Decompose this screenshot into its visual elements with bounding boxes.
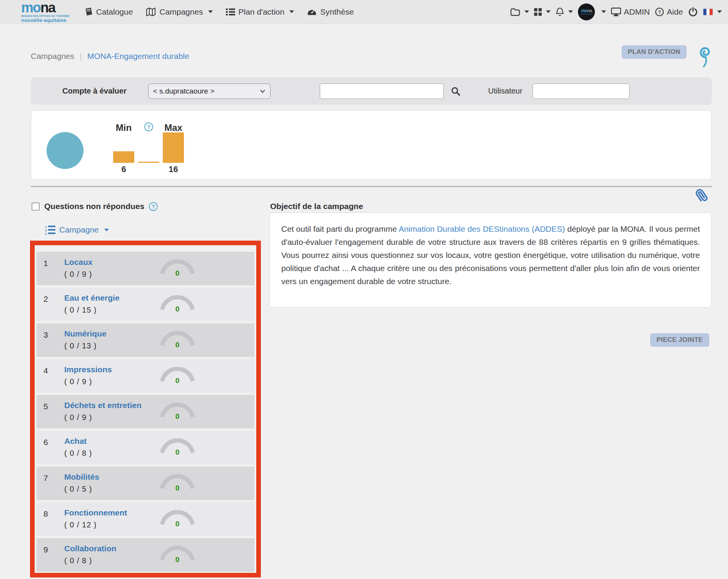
unanswered-checkbox[interactable] (32, 202, 40, 211)
campaign-category-link[interactable]: Déchets et entretien (64, 401, 142, 410)
chevron-down-icon (546, 10, 551, 13)
account-menu[interactable]: mona nouvelle-aquitaine (578, 3, 606, 20)
campaign-progress: ( 0 / 8 ) (64, 556, 92, 565)
avatar: mona nouvelle-aquitaine (578, 3, 595, 20)
campaign-dropdown-label: Campagne (59, 225, 99, 234)
campaign-category-link[interactable]: Mobilités (64, 472, 99, 482)
campaign-progress: ( 0 / 9 ) (64, 377, 92, 386)
campaign-rank: 4 (43, 366, 48, 375)
campaign-gauge: 0 (159, 325, 196, 355)
min-bar (113, 151, 134, 163)
account-label: Compte à évaluer (62, 87, 127, 95)
campaign-row[interactable]: 8 Fonctionnement ( 0 / 12 ) 0 (37, 502, 254, 536)
menu-label: Synthèse (320, 7, 354, 17)
gauge-score: 0 (159, 269, 196, 278)
gauge-score: 0 (159, 412, 196, 421)
campaign-progress: ( 0 / 15 ) (64, 306, 97, 315)
campaign-row[interactable]: 1 Locaux ( 0 / 9 ) 0 (37, 252, 254, 285)
piece-jointe-button[interactable]: PIECE JOINTE (650, 333, 709, 346)
campaign-rank: 1 (43, 259, 48, 268)
campaign-category-link[interactable]: Eau et énergie (64, 293, 120, 303)
gauge-score: 0 (159, 520, 196, 528)
campaign-row[interactable]: 6 Achat ( 0 / 8 ) 0 (37, 431, 254, 464)
navbar-right-tools: mona nouvelle-aquitaine ADMIN ? Aide (510, 3, 722, 20)
apps-menu[interactable] (534, 8, 551, 16)
language-menu[interactable] (703, 8, 722, 15)
spiral-icon[interactable] (698, 46, 712, 68)
campaign-rank: 8 (43, 509, 48, 519)
plan-daction-button[interactable]: PLAN D'ACTION (622, 45, 686, 59)
notifications-menu[interactable] (556, 7, 573, 17)
campaign-rank: 9 (43, 545, 48, 554)
campaign-gauge: 0 (159, 504, 196, 534)
search-icon (451, 86, 461, 96)
campaign-row[interactable]: 9 Collaboration ( 0 / 8 ) 0 (37, 538, 254, 572)
bell-icon (556, 7, 564, 17)
paperclip-icon[interactable] (695, 189, 708, 202)
addes-link[interactable]: Animation Durable des DEStinations (ADDE… (399, 224, 565, 233)
chevron-down-icon (717, 10, 722, 13)
mona-wordmark: mona (21, 1, 70, 15)
menu-item-plan-daction[interactable]: Plan d'action (226, 7, 294, 17)
campaign-category-link[interactable]: Numérique (64, 329, 107, 338)
campaign-category-link[interactable]: Achat (64, 437, 87, 446)
tachometer-icon (307, 8, 317, 16)
menu-label: Catalogue (96, 7, 133, 17)
campaign-row[interactable]: 7 Mobilités ( 0 / 5 ) 0 (37, 467, 254, 500)
campaign-progress: ( 0 / 9 ) (64, 270, 92, 279)
campaign-gauge: 0 (159, 469, 196, 498)
chevron-down-icon (104, 229, 109, 231)
min-label: Min (116, 122, 132, 131)
campaign-category-link[interactable]: Locaux (64, 258, 93, 267)
campaign-category-link[interactable]: Collaboration (64, 544, 116, 553)
campaign-gauge: 0 (159, 290, 196, 319)
campaign-row[interactable]: 3 Numérique ( 0 / 13 ) 0 (37, 323, 254, 357)
campaign-progress: ( 0 / 9 ) (64, 413, 92, 422)
campaign-row[interactable]: 4 Impressions ( 0 / 9 ) 0 (37, 359, 254, 393)
campaign-row[interactable]: 2 Eau et énergie ( 0 / 15 ) 0 (37, 288, 254, 321)
campaign-dropdown[interactable]: 123 Campagne (45, 225, 109, 235)
menu-item-catalogue[interactable]: Catalogue (84, 7, 133, 17)
admin-label: ADMIN (624, 7, 650, 17)
grid-icon (534, 8, 542, 16)
help-menu[interactable]: ? Aide (655, 7, 683, 17)
campaign-category-link[interactable]: Fonctionnement (64, 508, 127, 517)
gauge-score: 0 (159, 556, 196, 564)
breadcrumb: Campagnes | MONA-Engagement durable (31, 45, 189, 61)
breadcrumb-row: Campagnes | MONA-Engagement durable PLAN… (31, 45, 712, 68)
help-icon[interactable]: ? (144, 122, 153, 131)
campaign-rank: 7 (43, 474, 48, 483)
search-button[interactable] (451, 86, 461, 96)
unanswered-filter-row: Questions non répondues ? (32, 202, 158, 211)
max-label: Max (164, 122, 182, 131)
monitor-icon (611, 7, 621, 17)
chevron-down-icon (208, 10, 213, 13)
breadcrumb-separator: | (80, 52, 82, 61)
breadcrumb-parent[interactable]: Campagnes (31, 52, 74, 61)
account-select[interactable]: < s.dupratcaoure > (148, 84, 270, 99)
breadcrumb-current: MONA-Engagement durable (87, 52, 189, 61)
campaign-gauge: 0 (159, 397, 196, 426)
menu-item-synthese[interactable]: Synthèse (307, 7, 354, 17)
objective-panel: Cet outil fait parti du programme Animat… (269, 213, 712, 308)
logout-button[interactable] (688, 7, 698, 17)
user-label: Utilisateur (488, 87, 523, 95)
admin-mode[interactable]: ADMIN (611, 7, 650, 17)
chevron-down-icon (568, 10, 573, 13)
menu-item-campagnes[interactable]: Campagnes (146, 7, 212, 17)
campaign-category-link[interactable]: Impressions (64, 365, 112, 374)
gauge-score: 0 (159, 341, 196, 349)
folder-menu[interactable] (510, 8, 529, 16)
chevron-down-icon (601, 10, 606, 13)
unanswered-label: Questions non répondues (44, 202, 144, 211)
min-value: 6 (121, 164, 126, 174)
campaign-row[interactable]: 5 Déchets et entretien ( 0 / 9 ) 0 (37, 395, 254, 428)
french-flag-icon (703, 8, 713, 15)
objective-heading: Objectif de la campagne (270, 202, 363, 211)
search-input[interactable] (320, 84, 444, 99)
help-icon[interactable]: ? (149, 202, 158, 211)
mona-logo[interactable]: mona MISSION DES OFFICES DE TOURISME nou… (21, 1, 70, 23)
campaign-gauge: 0 (159, 540, 196, 569)
objective-text-after: déployé par la MONA. Il vous permet d'au… (281, 224, 700, 286)
user-input[interactable] (533, 84, 629, 99)
